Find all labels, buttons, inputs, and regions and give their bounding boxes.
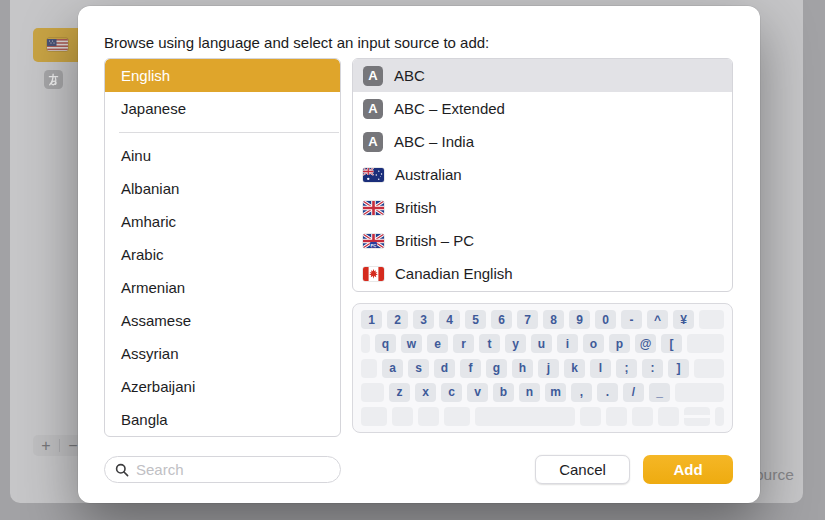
key-x: x	[415, 383, 436, 402]
source-item-australian[interactable]: Australian	[353, 158, 732, 191]
language-item-albanian[interactable]: Albanian	[105, 172, 340, 205]
key-blank	[392, 407, 413, 426]
key-p: p	[609, 334, 630, 353]
key-[: [	[661, 334, 682, 353]
key-h: h	[512, 359, 533, 378]
add-input-source-dialog: Browse using language and select an inpu…	[78, 6, 760, 503]
key-3: 3	[413, 310, 434, 329]
source-item-canadian-english[interactable]: Canadian English	[353, 257, 732, 290]
language-item-ainu[interactable]: Ainu	[105, 139, 340, 172]
uk-flag-icon	[363, 201, 384, 215]
australia-flag-icon	[363, 168, 384, 182]
key-e: e	[427, 334, 448, 353]
uk-pc-flag-icon: PC	[363, 234, 384, 248]
key-o: o	[583, 334, 604, 353]
key-blank	[632, 407, 653, 426]
key--: -	[621, 310, 642, 329]
key-/: /	[623, 383, 644, 402]
list-divider	[119, 132, 339, 133]
key-s: s	[408, 359, 429, 378]
key-2: 2	[387, 310, 408, 329]
input-source-list: A ABC A ABC – Extended A ABC – India	[352, 58, 733, 292]
source-item-abc[interactable]: A ABC	[353, 59, 732, 92]
language-item-azerbaijani[interactable]: Azerbaijani	[105, 370, 340, 403]
key-b: b	[493, 383, 514, 402]
key-u: u	[531, 334, 552, 353]
key-_: _	[649, 383, 670, 402]
key-blank	[694, 359, 724, 378]
key-4: 4	[439, 310, 460, 329]
search-input[interactable]	[136, 461, 335, 478]
key-]: ]	[668, 359, 689, 378]
key-y: y	[505, 334, 526, 353]
language-item-arabic[interactable]: Arabic	[105, 238, 340, 271]
key-blank	[606, 407, 627, 426]
search-icon	[115, 463, 129, 477]
key-i: i	[557, 334, 578, 353]
svg-text:PC: PC	[371, 242, 377, 247]
key-0: 0	[595, 310, 616, 329]
key-v: v	[467, 383, 488, 402]
key-.: .	[597, 383, 618, 402]
key-m: m	[545, 383, 566, 402]
us-flag-icon	[47, 38, 68, 51]
key-blank	[687, 334, 724, 353]
language-item-assamese[interactable]: Assamese	[105, 304, 340, 337]
language-item-bangla[interactable]: Bangla	[105, 403, 340, 436]
language-item-amharic[interactable]: Amharic	[105, 205, 340, 238]
key-9: 9	[569, 310, 590, 329]
hiragana-a-input-icon	[44, 70, 63, 89]
key-a: a	[382, 359, 403, 378]
key-blank	[361, 407, 387, 426]
cancel-button[interactable]: Cancel	[535, 455, 630, 484]
key-w: w	[401, 334, 422, 353]
language-list: English Japanese Ainu Albanian Amharic A…	[104, 58, 341, 437]
add-button[interactable]: Add	[643, 455, 733, 484]
key-blank	[699, 310, 724, 329]
key-blank	[658, 407, 679, 426]
source-item-british[interactable]: British	[353, 191, 732, 224]
source-item-abc-extended[interactable]: A ABC – Extended	[353, 92, 732, 125]
key-j: j	[538, 359, 559, 378]
key-blank	[418, 407, 439, 426]
key-6: 6	[491, 310, 512, 329]
key-g: g	[486, 359, 507, 378]
dialog-title: Browse using language and select an inpu…	[104, 34, 489, 51]
key-1: 1	[361, 310, 382, 329]
language-item-english[interactable]: English	[105, 59, 340, 92]
key-8: 8	[543, 310, 564, 329]
key-@: @	[635, 334, 656, 353]
key-blank	[361, 383, 384, 402]
search-field[interactable]	[104, 456, 341, 483]
key-k: k	[564, 359, 585, 378]
key-r: r	[453, 334, 474, 353]
abc-badge-icon: A	[363, 132, 383, 152]
source-item-british-pc[interactable]: PC British – PC	[353, 224, 732, 257]
background-partial-text: ource	[755, 466, 794, 484]
key-t: t	[479, 334, 500, 353]
key-blank	[361, 334, 370, 353]
plus-button[interactable]: +	[33, 436, 59, 456]
key-c: c	[441, 383, 462, 402]
keyboard-preview: 1234567890-^¥qwertyuiop@[asdfghjkl;:]zxc…	[352, 303, 733, 433]
key-:: :	[642, 359, 663, 378]
arrow-keys	[684, 407, 710, 426]
source-item-abc-india[interactable]: A ABC – India	[353, 125, 732, 158]
key-¥: ¥	[673, 310, 694, 329]
key-5: 5	[465, 310, 486, 329]
key-^: ^	[647, 310, 668, 329]
language-item-armenian[interactable]: Armenian	[105, 271, 340, 304]
canada-flag-icon	[363, 267, 384, 281]
key-l: l	[590, 359, 611, 378]
key-n: n	[519, 383, 540, 402]
language-item-assyrian[interactable]: Assyrian	[105, 337, 340, 370]
key-blank	[580, 407, 601, 426]
language-item-japanese[interactable]: Japanese	[105, 92, 340, 125]
key-;: ;	[616, 359, 637, 378]
key-7: 7	[517, 310, 538, 329]
key-blank	[475, 407, 575, 426]
abc-badge-icon: A	[363, 99, 383, 119]
key-blank	[715, 407, 724, 426]
key-f: f	[460, 359, 481, 378]
key-,: ,	[571, 383, 592, 402]
